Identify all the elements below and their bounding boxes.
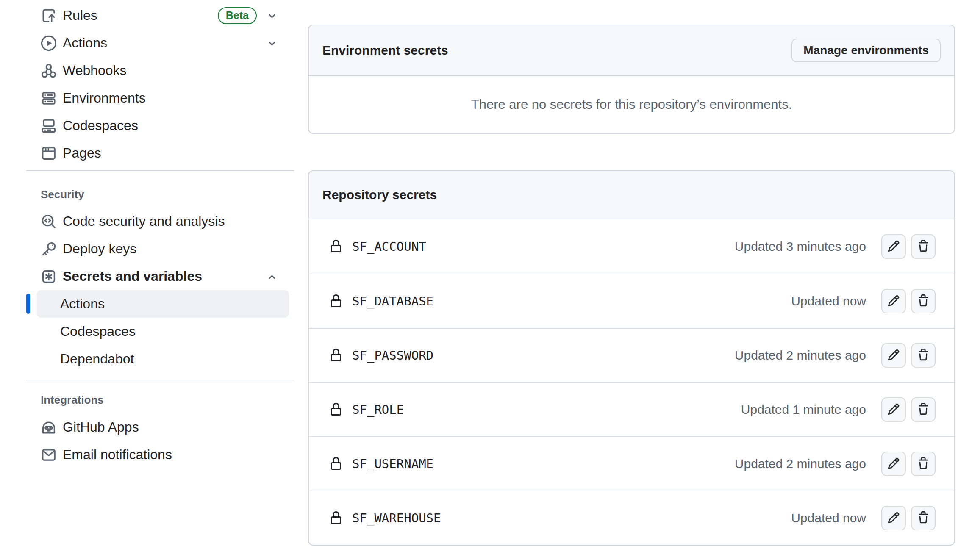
- mail-icon: [40, 446, 60, 464]
- sidebar-item-label: Codespaces: [63, 118, 278, 133]
- sidebar-item-environments[interactable]: Environments: [26, 84, 294, 112]
- edit-secret-button[interactable]: [881, 289, 906, 313]
- delete-secret-button[interactable]: [911, 343, 936, 368]
- chevron-down-icon: [266, 37, 278, 49]
- integrations-items: GitHub Apps Email notifications: [26, 413, 294, 469]
- secret-updated: Updated now: [791, 511, 866, 525]
- sidebar-item-codespaces[interactable]: Codespaces: [26, 112, 294, 139]
- sidebar-item-label: Email notifications: [63, 447, 278, 463]
- sidebar-subitem-actions[interactable]: Actions: [37, 290, 289, 318]
- codespaces-icon: [40, 117, 60, 135]
- sidebar-item-code-security[interactable]: Code security and analysis: [26, 208, 294, 235]
- beta-badge: Beta: [218, 7, 257, 24]
- pencil-icon: [887, 240, 900, 254]
- secret-name: SF_WAREHOUSE: [352, 511, 441, 525]
- secret-updated: Updated 2 minutes ago: [735, 348, 866, 363]
- edit-secret-button[interactable]: [881, 452, 906, 476]
- secret-name: SF_ROLE: [352, 402, 404, 417]
- delete-secret-button[interactable]: [911, 452, 936, 476]
- trash-icon: [917, 403, 930, 417]
- environment-secrets-empty: There are no secrets for this repository…: [309, 76, 954, 133]
- sidebar-item-secrets-and-variables[interactable]: Secrets and variables: [26, 263, 294, 290]
- lock-icon: [329, 457, 343, 471]
- sidebar-item-github-apps[interactable]: GitHub Apps: [26, 413, 294, 441]
- sidebar-subitem-dependabot[interactable]: Dependabot: [37, 345, 289, 373]
- section-header-security: Security: [26, 189, 294, 200]
- sidebar-item-email-notifications[interactable]: Email notifications: [26, 441, 294, 469]
- secret-updated: Updated 3 minutes ago: [735, 239, 866, 254]
- lock-icon: [329, 511, 343, 525]
- pencil-icon: [887, 511, 900, 525]
- secret-row: SF_WAREHOUSE Updated now: [309, 491, 954, 545]
- play-icon: [40, 34, 60, 52]
- sidebar-item-label: Secrets and variables: [63, 269, 266, 284]
- delete-secret-button[interactable]: [911, 397, 936, 422]
- browser-icon: [40, 144, 60, 162]
- section-header-integrations: Integrations: [26, 394, 294, 405]
- sidebar-item-label: Actions: [63, 35, 266, 51]
- sidebar-subitem-label: Dependabot: [60, 351, 134, 367]
- sidebar-item-rules[interactable]: Rules Beta: [26, 2, 294, 29]
- security-items: Code security and analysis Deploy keys S…: [26, 208, 294, 373]
- manage-environments-button[interactable]: Manage environments: [791, 39, 941, 62]
- edit-secret-button[interactable]: [881, 234, 906, 259]
- lock-icon: [329, 240, 343, 253]
- secret-row: SF_DATABASE Updated now: [309, 274, 954, 328]
- sidebar-subitem-codespaces[interactable]: Codespaces: [37, 318, 289, 345]
- sidebar-divider: [26, 380, 294, 380]
- trash-icon: [917, 457, 930, 471]
- repository-secrets-header: Repository secrets: [309, 171, 954, 219]
- delete-secret-button[interactable]: [911, 289, 936, 313]
- sidebar-item-label: Deploy keys: [63, 241, 278, 257]
- pencil-icon: [887, 294, 900, 308]
- secret-updated: Updated 2 minutes ago: [735, 457, 866, 471]
- secret-updated: Updated now: [791, 294, 866, 308]
- sidebar-item-pages[interactable]: Pages: [26, 139, 294, 167]
- sidebar-item-label: GitHub Apps: [63, 419, 278, 435]
- hubot-icon: [40, 419, 60, 436]
- environment-secrets-card: Environment secrets Manage environments …: [308, 25, 955, 134]
- edit-secret-button[interactable]: [881, 397, 906, 422]
- delete-secret-button[interactable]: [911, 506, 936, 530]
- chevron-up-icon: [266, 271, 278, 283]
- key-icon: [40, 240, 60, 258]
- webhook-icon: [40, 62, 60, 80]
- pencil-icon: [887, 457, 900, 471]
- pencil-icon: [887, 349, 900, 363]
- secret-row: SF_PASSWORD Updated 2 minutes ago: [309, 328, 954, 382]
- asterisk-box-icon: [40, 268, 60, 286]
- edit-secret-button[interactable]: [881, 343, 906, 368]
- sidebar-subitem-label: Actions: [60, 296, 105, 312]
- environment-secrets-header: Environment secrets Manage environments: [309, 25, 954, 76]
- sidebar-item-label: Webhooks: [63, 63, 278, 78]
- sidebar-item-actions[interactable]: Actions: [26, 29, 294, 57]
- server-icon: [40, 89, 60, 107]
- settings-nav: Rules Beta Actions: [26, 0, 294, 167]
- sidebar-item-label: Pages: [63, 145, 278, 161]
- secrets-settings-main: Environment secrets Manage environments …: [308, 0, 955, 546]
- empty-state-text: There are no secrets for this repository…: [471, 97, 792, 112]
- sidebar-divider: [26, 170, 294, 171]
- secret-row: SF_ROLE Updated 1 minute ago: [309, 382, 954, 436]
- card-title: Repository secrets: [322, 188, 437, 202]
- sidebar-item-webhooks[interactable]: Webhooks: [26, 57, 294, 84]
- chevron-down-icon: [266, 10, 278, 22]
- secret-name: SF_USERNAME: [352, 457, 433, 471]
- code-scan-icon: [40, 213, 60, 230]
- repository-secrets-card: Repository secrets SF_ACCOUNT Updated 3 …: [308, 170, 955, 546]
- pencil-icon: [887, 403, 900, 417]
- sidebar-item-deploy-keys[interactable]: Deploy keys: [26, 235, 294, 263]
- sidebar-subitem-label: Codespaces: [60, 324, 136, 339]
- lock-icon: [329, 403, 343, 416]
- settings-sidebar: Rules Beta Actions: [26, 0, 294, 469]
- secret-name: SF_ACCOUNT: [352, 239, 426, 254]
- delete-secret-button[interactable]: [911, 234, 936, 259]
- trash-icon: [917, 511, 930, 525]
- secret-updated: Updated 1 minute ago: [741, 402, 866, 417]
- trash-icon: [917, 240, 930, 254]
- sidebar-item-label: Code security and analysis: [63, 213, 278, 229]
- sidebar-item-label: Environments: [63, 90, 278, 106]
- secret-row: SF_ACCOUNT Updated 3 minutes ago: [309, 219, 954, 274]
- sidebar-item-label: Rules: [63, 8, 218, 23]
- edit-secret-button[interactable]: [881, 506, 906, 530]
